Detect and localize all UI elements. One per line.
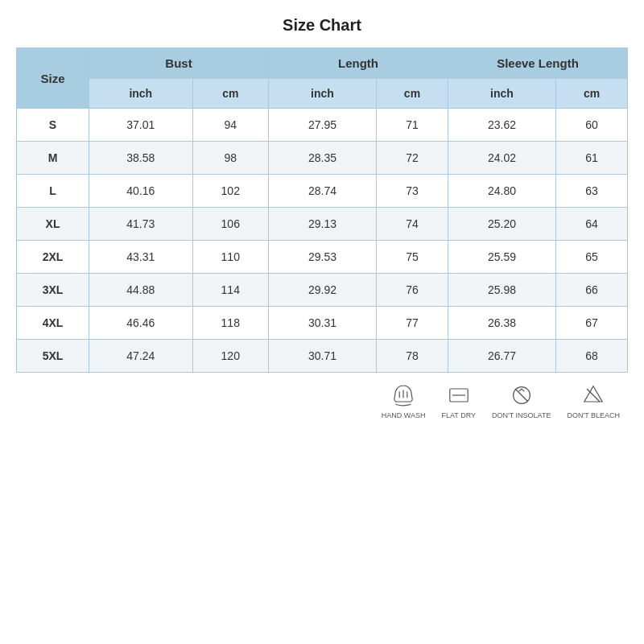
- table-row: XL41.7310629.137425.2064: [17, 208, 628, 241]
- hand-wash-icon: [390, 382, 416, 408]
- len-cm-cell: 78: [377, 340, 448, 373]
- table-row: S37.019427.957123.6260: [17, 109, 628, 142]
- bust-cm-cell: 110: [192, 241, 268, 274]
- hand-wash-label: HAND WASH: [382, 411, 426, 419]
- bust-inch-header: inch: [89, 79, 193, 109]
- table-row: M38.589828.357224.0261: [17, 142, 628, 175]
- len-inch-cell: 30.71: [268, 340, 376, 373]
- bust-col-header: Bust: [89, 48, 269, 79]
- sleeve-inch-cell: 23.62: [448, 109, 555, 142]
- len-cm-cell: 71: [377, 109, 448, 142]
- sleeve-inch-cell: 25.98: [448, 274, 555, 307]
- sleeve-inch-header: inch: [448, 79, 555, 109]
- table-row: 3XL44.8811429.927625.9866: [17, 274, 628, 307]
- size-cell: 2XL: [17, 241, 89, 274]
- bust-inch-cell: 43.31: [89, 241, 193, 274]
- size-cell: S: [17, 109, 89, 142]
- bust-inch-cell: 47.24: [89, 340, 193, 373]
- length-inch-header: inch: [268, 79, 376, 109]
- bust-cm-cell: 118: [192, 307, 268, 340]
- len-cm-cell: 76: [377, 274, 448, 307]
- size-cell: L: [17, 175, 89, 208]
- bust-cm-cell: 102: [192, 175, 268, 208]
- size-chart-table: Size Bust Length Sleeve Length inch cm i…: [16, 47, 628, 373]
- flat-dry-icon-item: FLAT DRY: [442, 382, 477, 419]
- no-insolate-label: DON'T INSOLATE: [492, 411, 551, 419]
- chart-title: Size Chart: [16, 16, 628, 35]
- size-cell: 5XL: [17, 340, 89, 373]
- len-cm-cell: 73: [377, 175, 448, 208]
- bust-inch-cell: 40.16: [89, 175, 193, 208]
- len-cm-cell: 72: [377, 142, 448, 175]
- bust-cm-cell: 106: [192, 208, 268, 241]
- length-col-header: Length: [268, 48, 448, 79]
- footer-icons: HAND WASH FLAT DRY DON'T INSOLATE: [16, 382, 628, 419]
- sleeve-cm-cell: 64: [555, 208, 627, 241]
- bust-inch-cell: 46.46: [89, 307, 193, 340]
- bust-inch-cell: 41.73: [89, 208, 193, 241]
- sleeve-col-header: Sleeve Length: [448, 48, 627, 79]
- no-insolate-icon-item: DON'T INSOLATE: [492, 382, 551, 419]
- bust-cm-cell: 120: [192, 340, 268, 373]
- table-row: L40.1610228.747324.8063: [17, 175, 628, 208]
- sleeve-cm-cell: 60: [555, 109, 627, 142]
- size-cell: 3XL: [17, 274, 89, 307]
- no-bleach-label: DON'T BLEACH: [567, 411, 620, 419]
- svg-line-4: [587, 389, 600, 402]
- bust-cm-cell: 94: [192, 109, 268, 142]
- no-insolate-icon: [509, 382, 535, 408]
- bust-cm-header: cm: [192, 79, 268, 109]
- len-cm-cell: 75: [377, 241, 448, 274]
- len-cm-cell: 77: [377, 307, 448, 340]
- table-row: 5XL47.2412030.717826.7768: [17, 340, 628, 373]
- sleeve-inch-cell: 25.59: [448, 241, 555, 274]
- sleeve-cm-cell: 63: [555, 175, 627, 208]
- table-row: 2XL43.3111029.537525.5965: [17, 241, 628, 274]
- length-cm-header: cm: [377, 79, 448, 109]
- len-inch-cell: 27.95: [268, 109, 376, 142]
- no-bleach-icon-item: DON'T BLEACH: [567, 382, 620, 419]
- size-cell: 4XL: [17, 307, 89, 340]
- table-row: 4XL46.4611830.317726.3867: [17, 307, 628, 340]
- sleeve-inch-cell: 26.38: [448, 307, 555, 340]
- bust-inch-cell: 38.58: [89, 142, 193, 175]
- len-inch-cell: 29.53: [268, 241, 376, 274]
- sleeve-cm-cell: 61: [555, 142, 627, 175]
- len-inch-cell: 28.74: [268, 175, 376, 208]
- len-cm-cell: 74: [377, 208, 448, 241]
- page-wrapper: Size Chart Size Bust Length Sleeve Lengt…: [16, 16, 628, 419]
- sleeve-inch-cell: 24.80: [448, 175, 555, 208]
- flat-dry-label: FLAT DRY: [442, 411, 477, 419]
- bust-cm-cell: 98: [192, 142, 268, 175]
- size-cell: XL: [17, 208, 89, 241]
- no-bleach-icon: [580, 382, 606, 408]
- len-inch-cell: 29.13: [268, 208, 376, 241]
- svg-line-3: [515, 389, 528, 402]
- flat-dry-icon: [446, 382, 472, 408]
- bust-cm-cell: 114: [192, 274, 268, 307]
- hand-wash-icon-item: HAND WASH: [382, 382, 426, 419]
- sleeve-inch-cell: 25.20: [448, 208, 555, 241]
- bust-inch-cell: 37.01: [89, 109, 193, 142]
- sleeve-cm-header: cm: [555, 79, 627, 109]
- len-inch-cell: 29.92: [268, 274, 376, 307]
- len-inch-cell: 30.31: [268, 307, 376, 340]
- sleeve-cm-cell: 68: [555, 340, 627, 373]
- sleeve-inch-cell: 26.77: [448, 340, 555, 373]
- size-cell: M: [17, 142, 89, 175]
- sleeve-cm-cell: 65: [555, 241, 627, 274]
- sleeve-inch-cell: 24.02: [448, 142, 555, 175]
- sleeve-cm-cell: 66: [555, 274, 627, 307]
- size-col-header: Size: [17, 48, 89, 109]
- bust-inch-cell: 44.88: [89, 274, 193, 307]
- len-inch-cell: 28.35: [268, 142, 376, 175]
- sleeve-cm-cell: 67: [555, 307, 627, 340]
